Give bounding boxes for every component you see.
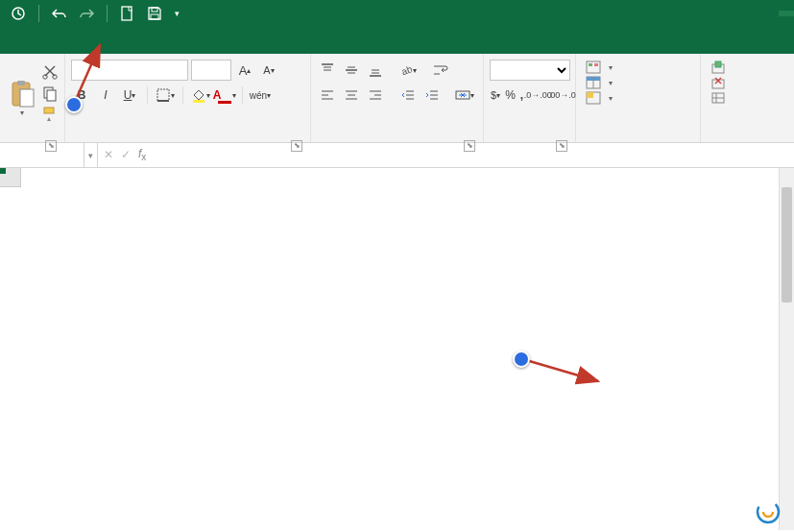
italic-button[interactable]: I	[95, 85, 116, 106]
watermark-logo-icon	[756, 499, 781, 524]
merge-center-icon[interactable]: ▾	[454, 85, 475, 106]
percent-icon[interactable]: %	[504, 85, 517, 106]
svg-rect-41	[587, 61, 600, 73]
delete-cells-button[interactable]	[707, 75, 753, 90]
font-group-label: ⬊	[71, 138, 304, 142]
align-group-label: ⬊	[317, 138, 477, 142]
number-format-combo[interactable]	[490, 60, 570, 81]
annotation-badge-2	[65, 96, 83, 113]
increase-font-icon[interactable]: A▴	[234, 60, 255, 81]
fill-color-button[interactable]: ▾	[190, 85, 211, 106]
namebox-dropdown-icon[interactable]: ▾	[84, 143, 98, 167]
underline-button[interactable]: U▾	[119, 85, 140, 106]
qat-more-icon[interactable]: ▾	[171, 3, 182, 24]
clipboard-group-label: ⬊	[6, 138, 59, 142]
new-icon[interactable]	[117, 3, 138, 24]
vertical-scrollbar[interactable]	[779, 168, 794, 530]
align-dialog-launcher[interactable]: ⬊	[464, 140, 475, 152]
svg-line-53	[526, 360, 598, 381]
increase-decimal-icon[interactable]: .0→.00	[527, 85, 548, 106]
redo-icon[interactable]	[76, 3, 97, 24]
login-button[interactable]	[779, 11, 794, 16]
undo-icon[interactable]	[49, 3, 70, 24]
format-painter-icon[interactable]	[41, 106, 59, 123]
svg-rect-11	[44, 108, 54, 113]
name-box[interactable]	[0, 143, 84, 167]
orientation-icon[interactable]: ab▾	[397, 60, 419, 81]
svg-rect-1	[122, 7, 132, 20]
group-alignment: ab▾ ▾ ⬊	[311, 54, 484, 142]
paste-icon[interactable]	[9, 80, 36, 109]
svg-rect-10	[47, 90, 56, 101]
cut-icon[interactable]	[41, 63, 59, 81]
cell-style-button[interactable]: ▾	[582, 90, 694, 106]
svg-rect-5	[17, 81, 25, 85]
group-font: A▴ A▾ B I U▾ ▾ ▾ A▾ wén▾ ⬊	[65, 54, 311, 142]
svg-rect-6	[20, 89, 34, 107]
spreadsheet-grid[interactable]	[0, 168, 794, 530]
align-right-icon[interactable]	[365, 85, 386, 106]
fx-icon[interactable]: fx	[138, 147, 146, 162]
font-size-combo[interactable]	[191, 60, 231, 81]
format-cells-button[interactable]	[707, 90, 753, 106]
decrease-decimal-icon[interactable]: .00→.0	[551, 85, 572, 106]
font-name-combo[interactable]	[71, 60, 188, 81]
group-cells	[701, 54, 758, 142]
font-color-button[interactable]: A▾	[214, 85, 235, 106]
align-bottom-icon[interactable]	[365, 60, 386, 81]
align-middle-icon[interactable]	[341, 60, 362, 81]
clipboard-dialog-launcher[interactable]: ⬊	[45, 140, 57, 152]
copy-icon[interactable]	[41, 85, 59, 102]
quick-access-toolbar: ▾	[0, 3, 182, 24]
title-bar: ▾	[0, 0, 794, 27]
font-dialog-launcher[interactable]: ⬊	[291, 140, 302, 152]
number-group-label: ⬊	[490, 138, 569, 142]
align-top-icon[interactable]	[317, 60, 338, 81]
save-icon[interactable]	[144, 3, 165, 24]
decrease-font-icon[interactable]: A▾	[258, 60, 279, 81]
border-button[interactable]: ▾	[155, 85, 176, 106]
conditional-format-button[interactable]: ▾	[582, 60, 694, 75]
number-dialog-launcher[interactable]: ⬊	[556, 140, 567, 152]
decrease-indent-icon[interactable]	[397, 85, 419, 106]
svg-point-55	[758, 501, 779, 522]
svg-rect-3	[151, 14, 158, 19]
svg-text:ab: ab	[400, 63, 413, 77]
currency-icon[interactable]: $▾	[490, 85, 501, 106]
svg-rect-43	[594, 63, 598, 66]
watermark	[756, 499, 786, 524]
cancel-formula-icon[interactable]: ✕	[104, 148, 113, 161]
enter-formula-icon[interactable]: ✓	[121, 148, 131, 161]
table-format-button[interactable]: ▾	[582, 75, 694, 90]
ribbon: ▾ ⬊ A▴ A▾ B I U▾ ▾	[0, 54, 794, 143]
selection-fill-handle[interactable]	[0, 168, 6, 174]
increase-indent-icon[interactable]	[421, 85, 443, 106]
svg-rect-42	[589, 63, 592, 66]
phonetic-button[interactable]: wén▾	[250, 85, 271, 106]
styles-group-label	[582, 138, 694, 142]
insert-cells-button[interactable]	[707, 60, 753, 75]
annotation-badge-1	[513, 351, 530, 368]
group-number: $▾ % , .0→.00 .00→.0 ⬊	[484, 54, 576, 142]
ribbon-tabs	[0, 27, 794, 54]
align-center-icon[interactable]	[341, 85, 362, 106]
group-styles: ▾ ▾ ▾	[576, 54, 701, 142]
svg-rect-50	[715, 61, 721, 67]
svg-rect-12	[157, 89, 169, 101]
svg-rect-48	[587, 92, 593, 98]
svg-rect-14	[193, 100, 205, 103]
group-clipboard: ▾ ⬊	[0, 54, 65, 142]
align-left-icon[interactable]	[317, 85, 338, 106]
autosave-icon[interactable]	[8, 3, 29, 24]
cells-group-label	[707, 138, 753, 142]
annotation-arrow-1	[0, 168, 794, 530]
wrap-text-icon[interactable]	[430, 60, 451, 81]
paste-dropdown-icon[interactable]: ▾	[20, 109, 24, 117]
formula-bar: ▾ ✕ ✓ fx	[0, 143, 794, 168]
